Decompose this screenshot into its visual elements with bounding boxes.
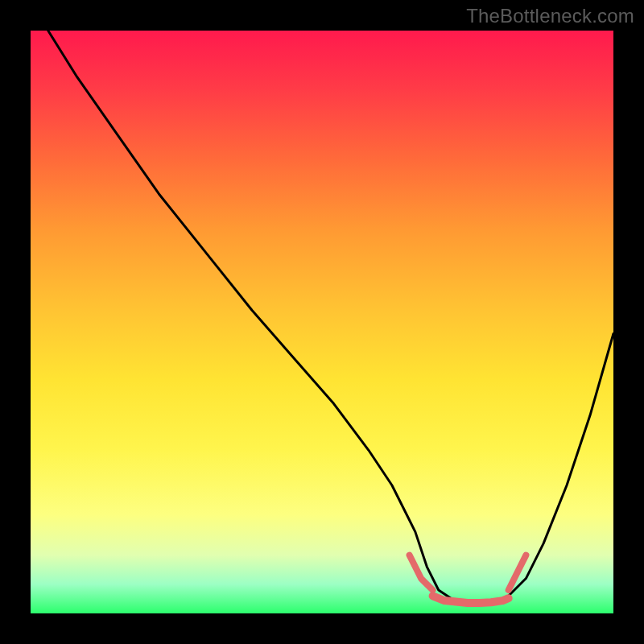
accent-right-cap <box>509 555 526 590</box>
bottleneck-curve <box>48 31 613 605</box>
plot-area <box>31 31 613 613</box>
accent-flat <box>433 596 509 603</box>
watermark-text: TheBottleneck.com <box>466 5 634 27</box>
curve-layer <box>31 31 613 613</box>
chart-frame: TheBottleneck.com <box>0 0 644 644</box>
